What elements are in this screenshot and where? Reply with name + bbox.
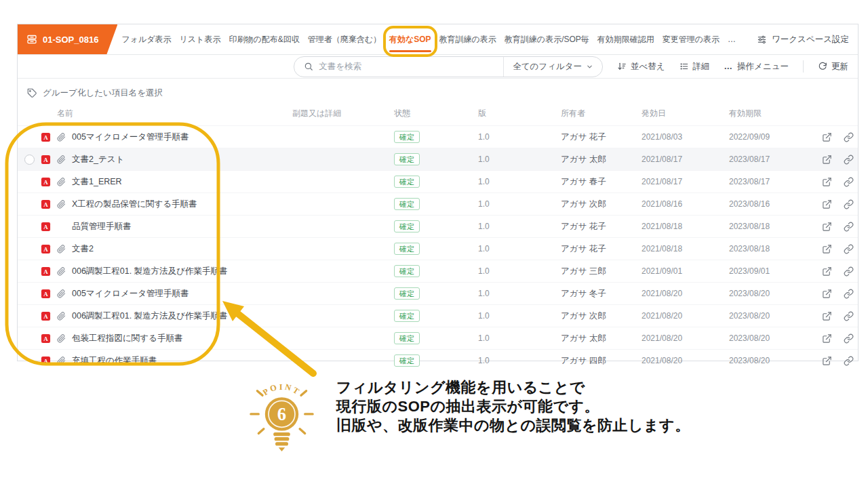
- group-by-selector[interactable]: グループ化したい項目名を選択: [18, 79, 858, 101]
- table-row[interactable]: A 包装工程指図に関する手順書 確定 1.0 アガサ 太郎 2021/08/20…: [18, 327, 858, 349]
- svg-text:A: A: [43, 312, 48, 319]
- table-row[interactable]: A 005マイクロメータ管理手順書 確定 1.0 アガサ 冬子 2021/08/…: [18, 282, 858, 304]
- pdf-icon: A: [41, 289, 51, 299]
- issue-date: 2021/08/18: [642, 244, 729, 253]
- document-version: 1.0: [478, 244, 561, 253]
- open-external-icon[interactable]: [822, 222, 832, 232]
- document-version: 1.0: [478, 311, 561, 321]
- sort-button[interactable]: 並べ替え: [617, 61, 665, 73]
- pdf-icon: A: [41, 333, 51, 344]
- copy-link-icon[interactable]: [844, 132, 854, 142]
- document-owner: アガサ 花子: [561, 221, 642, 232]
- issue-date: 2021/08/16: [642, 199, 729, 209]
- copy-link-icon[interactable]: [844, 356, 854, 366]
- view-tab-6[interactable]: 教育訓練の表示/SOP毎: [500, 24, 593, 54]
- point-badge-icon: POINT 6: [250, 373, 314, 453]
- status-badge: 確定: [394, 332, 420, 344]
- refresh-button[interactable]: 更新: [818, 61, 848, 73]
- detail-button[interactable]: 詳細: [679, 61, 710, 73]
- open-external-icon[interactable]: [822, 356, 832, 366]
- open-external-icon[interactable]: [822, 155, 832, 165]
- view-tab-8[interactable]: 変更管理の表示: [658, 24, 724, 54]
- document-version: 1.0: [478, 289, 561, 298]
- copy-link-icon[interactable]: [844, 199, 854, 209]
- view-tab-5[interactable]: 教育訓練の表示: [435, 24, 500, 54]
- document-owner: アガサ 花子: [561, 131, 642, 143]
- view-tab-9[interactable]: …: [724, 24, 740, 54]
- table-row[interactable]: A 充填工程の作業手順書 確定 1.0 アガサ 四郎 2021/08/20 20…: [18, 349, 858, 371]
- document-name[interactable]: X工程の製品保管に関する手順書: [72, 199, 292, 210]
- view-tab-4[interactable]: 有効なSOP: [385, 24, 435, 54]
- pdf-icon: A: [41, 177, 51, 187]
- search-icon: [304, 62, 313, 71]
- open-external-icon[interactable]: [822, 289, 832, 299]
- open-external-icon[interactable]: [822, 199, 832, 209]
- copy-link-icon[interactable]: [844, 222, 854, 232]
- view-tab-2[interactable]: 印刷物の配布&回収: [224, 24, 303, 54]
- copy-link-icon[interactable]: [844, 311, 854, 321]
- copy-link-icon[interactable]: [844, 177, 854, 187]
- view-tab-1[interactable]: リスト表示: [176, 24, 225, 54]
- document-name[interactable]: 品質管理手順書: [72, 221, 292, 232]
- column-header-issue-date: 発効日: [642, 108, 729, 119]
- table-row[interactable]: A 文書2_テスト 確定 1.0 アガサ 太郎 2021/08/17 2023/…: [18, 148, 858, 170]
- toolbar-divider: [803, 60, 804, 73]
- document-name[interactable]: 包装工程指図に関する手順書: [72, 333, 292, 344]
- view-tab-3[interactable]: 管理者（廃棄含む）: [304, 24, 385, 54]
- document-name[interactable]: 充填工程の作業手順書: [72, 355, 292, 367]
- expiry-date: 2023/08/20: [729, 311, 822, 321]
- open-external-icon[interactable]: [822, 132, 832, 142]
- sort-button-label: 並べ替え: [631, 61, 665, 73]
- table-row[interactable]: A 006調製工程01. 製造方法及び作業手順書 確定 1.0 アガサ 三郎 2…: [18, 260, 858, 282]
- svg-text:A: A: [43, 290, 48, 297]
- document-name[interactable]: 006調製工程01. 製造方法及び作業手順書: [72, 266, 292, 277]
- document-name[interactable]: 006調製工程01. 製造方法及び作業手順書: [72, 310, 292, 322]
- table-row[interactable]: A 005マイクロメータ管理手順書 確定 1.0 アガサ 花子 2021/08/…: [18, 125, 858, 148]
- status-badge: 確定: [394, 287, 420, 300]
- expiry-date: 2023/08/18: [729, 244, 822, 253]
- table-row[interactable]: A 文書1_ERER 確定 1.0 アガサ 春子 2021/08/17 2023…: [18, 170, 858, 192]
- copy-link-icon[interactable]: [844, 155, 854, 165]
- copy-link-icon[interactable]: [844, 244, 854, 254]
- issue-date: 2021/08/17: [642, 177, 729, 186]
- document-name[interactable]: 文書2: [72, 243, 292, 255]
- list-toolbar: 文書を検索 全てのフィルター 並べ替え: [18, 55, 858, 79]
- table-row[interactable]: A 006調製工程01. 製造方法及び作業手順書 確定 1.0 アガサ 次郎 2…: [18, 304, 858, 327]
- table-row[interactable]: A 文書2 確定 1.0 アガサ 花子 2021/08/18 2023/08/1…: [18, 237, 858, 260]
- issue-date: 2021/08/20: [642, 311, 729, 321]
- actions-menu-label: 操作メニュー: [737, 61, 789, 73]
- open-external-icon[interactable]: [822, 177, 832, 187]
- open-external-icon[interactable]: [822, 311, 832, 321]
- workspace-tab[interactable]: 01-SOP_0816: [18, 24, 117, 54]
- copy-link-icon[interactable]: [844, 289, 854, 299]
- filter-dropdown[interactable]: 全てのフィルター: [503, 57, 602, 77]
- document-owner: アガサ 冬子: [561, 288, 642, 300]
- document-name[interactable]: 005マイクロメータ管理手順書: [72, 131, 292, 143]
- view-tab-7[interactable]: 有効期限確認用: [593, 24, 658, 54]
- document-name[interactable]: 文書2_テスト: [72, 154, 292, 165]
- column-header-owner: 所有者: [561, 108, 642, 119]
- status-badge: 確定: [394, 354, 420, 367]
- status-badge: 確定: [394, 220, 420, 232]
- document-name[interactable]: 005マイクロメータ管理手順書: [72, 288, 292, 300]
- actions-menu-button[interactable]: … 操作メニュー: [724, 61, 789, 73]
- copy-link-icon[interactable]: [844, 266, 854, 277]
- open-external-icon[interactable]: [822, 333, 832, 344]
- table-row[interactable]: A X工程の製品保管に関する手順書 確定 1.0 アガサ 次郎 2021/08/…: [18, 192, 858, 215]
- open-external-icon[interactable]: [822, 266, 832, 277]
- copy-link-icon[interactable]: [844, 333, 854, 344]
- view-tab-0[interactable]: フォルダ表示: [117, 24, 175, 54]
- callout-line-2: 現行版のSOPの抽出表示が可能です。: [336, 397, 690, 416]
- search-input[interactable]: 文書を検索: [294, 61, 503, 73]
- table-row[interactable]: A 品質管理手順書 確定 1.0 アガサ 花子 2021/08/18 2023/…: [18, 215, 858, 237]
- row-radio[interactable]: [24, 155, 35, 165]
- chevron-down-icon: [586, 63, 593, 70]
- workspace-settings-button[interactable]: ワークスペース設定: [757, 24, 858, 54]
- column-header-version: 版: [478, 108, 561, 119]
- document-version: 1.0: [478, 177, 561, 186]
- open-external-icon[interactable]: [822, 244, 832, 254]
- document-owner: アガサ 三郎: [561, 266, 642, 277]
- document-version: 1.0: [478, 222, 561, 231]
- document-name[interactable]: 文書1_ERER: [72, 176, 292, 188]
- filter-dropdown-label: 全てのフィルター: [513, 61, 582, 73]
